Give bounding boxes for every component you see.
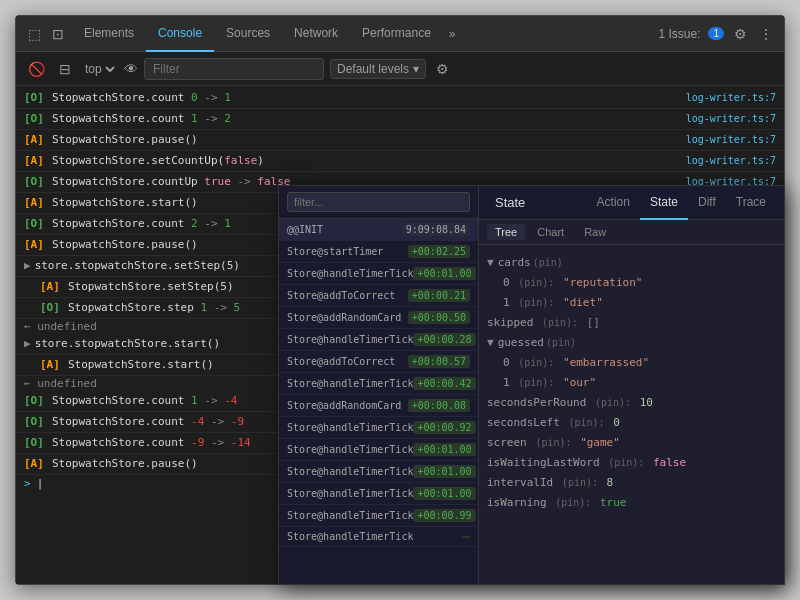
action-time: +00:00.50 (408, 311, 470, 324)
tab-console[interactable]: Console (146, 16, 214, 52)
action-name: Store@addToCorrect (287, 356, 395, 367)
tree-expand-icon[interactable]: ▼ (487, 254, 494, 272)
action-list: @@INIT 9:09:08.84 Store@startTimer +00:0… (279, 186, 479, 584)
tree-node-skipped: skipped (pin): [] (487, 313, 776, 333)
inspector-title: State (487, 195, 525, 210)
devtools-toolbar: ⬚ ⊡ Elements Console Sources Network Per… (16, 16, 784, 52)
tree-expand-icon[interactable]: ▼ (487, 334, 494, 352)
clear-console-icon[interactable]: 🚫 (24, 59, 49, 79)
action-item[interactable]: Store@handleTimerTick +00:01.00 (279, 461, 478, 483)
settings-icon[interactable]: ⚙ (730, 24, 750, 44)
action-name: Store@handleTimerTick (287, 531, 413, 542)
eye-icon[interactable]: 👁 (124, 61, 138, 77)
action-item[interactable]: Store@addToCorrect +00:00.57 (279, 351, 478, 373)
action-name: Store@handleTimerTick (287, 444, 413, 455)
tree-node-secondsperround: secondsPerRound (pin): 10 (487, 393, 776, 413)
action-time: +00:01.00 (413, 267, 475, 280)
sub-tab-chart[interactable]: Chart (529, 224, 572, 240)
device-icon[interactable]: ⊡ (48, 24, 68, 44)
action-init-time: 9:09:08.84 (402, 223, 470, 236)
filter-bar: 🚫 ⊟ top 👁 Default levels ▾ ⚙ (16, 52, 784, 86)
action-time: +00:00.92 (413, 421, 475, 434)
action-name: Store@addRandomCard (287, 312, 401, 323)
tab-state[interactable]: State (640, 186, 688, 220)
sub-tab-raw[interactable]: Raw (576, 224, 614, 240)
action-time: +00:00.08 (408, 399, 470, 412)
tree-node-iswarning: isWarning (pin): true (487, 493, 776, 513)
action-item[interactable]: Store@handleTimerTick +00:01.00 (279, 439, 478, 461)
console-line: [O] StopwatchStore.count 0 -> 1 log-writ… (16, 88, 784, 109)
redux-devtools-panel: @@INIT 9:09:08.84 Store@startTimer +00:0… (278, 185, 785, 585)
action-name: Store@handleTimerTick (287, 268, 413, 279)
action-time: +00:02.25 (408, 245, 470, 258)
action-time: +00:00.57 (408, 355, 470, 368)
action-item[interactable]: Store@startTimer +00:02.25 (279, 241, 478, 263)
filter-input[interactable] (144, 58, 324, 80)
action-item-init[interactable]: @@INIT 9:09:08.84 (279, 219, 478, 241)
context-select[interactable]: top (81, 61, 118, 77)
tab-action[interactable]: Action (587, 186, 640, 220)
inspector-sub-tabs: Tree Chart Raw (479, 220, 784, 245)
action-item[interactable]: Store@addRandomCard +00:00.08 (279, 395, 478, 417)
action-filter-input[interactable] (287, 192, 470, 212)
tab-trace[interactable]: Trace (726, 186, 776, 220)
tree-node-iswaitinglastword: isWaitingLastWord (pin): false (487, 453, 776, 473)
console-line: [A] StopwatchStore.setCountUp(false) log… (16, 151, 784, 172)
action-time: +00:01.00 (413, 443, 475, 456)
tree-node-cards-1: 1 (pin): "diet" (503, 293, 776, 313)
tree-node-cards-0: 0 (pin): "reputation" (503, 273, 776, 293)
tab-performance[interactable]: Performance (350, 16, 443, 52)
more-icon[interactable]: ⋮ (756, 24, 776, 44)
action-name: Store@handleTimerTick (287, 466, 413, 477)
action-name: Store@handleTimerTick (287, 488, 413, 499)
action-item[interactable]: Store@handleTimerTick +00:01.00 (279, 483, 478, 505)
action-item[interactable]: Store@addRandomCard +00:00.50 (279, 307, 478, 329)
console-line: [O] StopwatchStore.count 1 -> 2 log-writ… (16, 109, 784, 130)
action-time (462, 536, 470, 538)
group-arrow-icon[interactable]: ▶ (24, 335, 31, 353)
inspect-icon[interactable]: ⬚ (24, 24, 44, 44)
action-name: Store@startTimer (287, 246, 383, 257)
tab-network[interactable]: Network (282, 16, 350, 52)
issues-badge: 1 Issue: 1 (658, 27, 724, 41)
action-time: +00:00.28 (413, 333, 475, 346)
tree-node-screen: screen (pin): "game" (487, 433, 776, 453)
tree-node-intervalid: intervalId (pin): 8 (487, 473, 776, 493)
action-time: +00:00.99 (413, 509, 475, 522)
tab-elements[interactable]: Elements (72, 16, 146, 52)
issue-count-badge: 1 (708, 27, 724, 40)
default-levels-dropdown[interactable]: Default levels ▾ (330, 59, 426, 79)
action-name: Store@addToCorrect (287, 290, 395, 301)
tab-bar: Elements Console Sources Network Perform… (72, 16, 654, 52)
inspector-tabs: State Action State Diff Trace (479, 186, 784, 220)
tab-diff[interactable]: Diff (688, 186, 726, 220)
tab-overflow[interactable]: » (443, 27, 462, 41)
action-time: +00:00.21 (408, 289, 470, 302)
tree-node-cards: ▼ cards (pin) (487, 253, 776, 273)
group-arrow-icon[interactable]: ▶ (24, 257, 31, 275)
tree-node-guessed: ▼ guessed (pin) (487, 333, 776, 353)
action-item[interactable]: Store@handleTimerTick +00:01.00 (279, 263, 478, 285)
action-name: Store@addRandomCard (287, 400, 401, 411)
action-time: +00:01.00 (413, 465, 475, 478)
action-item[interactable]: Store@handleTimerTick (279, 527, 478, 547)
tree-node-secondsleft: secondsLeft (pin): 0 (487, 413, 776, 433)
action-name: Store@handleTimerTick (287, 510, 413, 521)
tab-sources[interactable]: Sources (214, 16, 282, 52)
action-time: +00:00.42 (413, 377, 475, 390)
tree-node-guessed-1: 1 (pin): "our" (503, 373, 776, 393)
action-name: Store@handleTimerTick (287, 334, 413, 345)
action-item[interactable]: Store@handleTimerTick +00:00.99 (279, 505, 478, 527)
action-item[interactable]: Store@handleTimerTick +00:00.28 (279, 329, 478, 351)
action-item[interactable]: Store@handleTimerTick +00:00.42 (279, 373, 478, 395)
console-settings-icon[interactable]: ⚙ (432, 59, 452, 79)
action-name: Store@handleTimerTick (287, 422, 413, 433)
action-filter (279, 186, 478, 219)
action-name: Store@handleTimerTick (287, 378, 413, 389)
action-time: +00:01.00 (413, 487, 475, 500)
action-item[interactable]: Store@addToCorrect +00:00.21 (279, 285, 478, 307)
sub-tab-tree[interactable]: Tree (487, 224, 525, 240)
state-tree: ▼ cards (pin) 0 (pin): "reputation" 1 (p… (479, 245, 784, 584)
toggle-sidebar-icon[interactable]: ⊟ (55, 59, 75, 79)
action-item[interactable]: Store@handleTimerTick +00:00.92 (279, 417, 478, 439)
